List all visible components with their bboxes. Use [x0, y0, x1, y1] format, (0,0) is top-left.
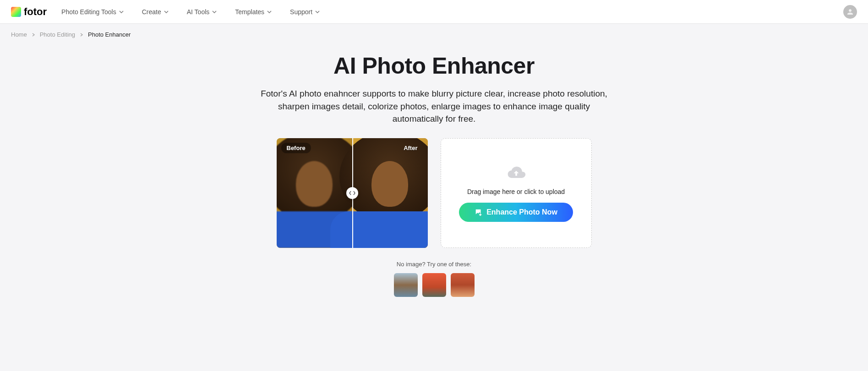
preview-after-side: [352, 138, 428, 248]
chevron-down-icon: [315, 10, 320, 14]
breadcrumb: Home Photo Editing Photo Enhancer: [0, 24, 868, 45]
samples-label: No image? Try one of these:: [237, 261, 631, 268]
image-plus-icon: [475, 208, 483, 216]
nav-label: AI Tools: [187, 8, 210, 16]
nav-photo-editing-tools[interactable]: Photo Editing Tools: [61, 8, 124, 16]
enhance-photo-button[interactable]: Enhance Photo Now: [459, 203, 573, 222]
sample-thumbnail-2[interactable]: [422, 273, 446, 297]
user-icon: [846, 8, 854, 16]
main-content: AI Photo Enhancer Fotor's AI photo enahn…: [228, 53, 640, 297]
main-nav: Photo Editing Tools Create AI Tools Temp…: [61, 8, 320, 16]
breadcrumb-home[interactable]: Home: [11, 31, 27, 38]
logo-text: fotor: [24, 6, 47, 18]
nav-ai-tools[interactable]: AI Tools: [187, 8, 217, 16]
panels-row: Before After Drag image here or click to…: [237, 138, 631, 248]
nav-label: Templates: [235, 8, 264, 16]
chevron-right-icon: [80, 33, 83, 37]
breadcrumb-current: Photo Enhancer: [88, 31, 131, 38]
comparison-slider-handle[interactable]: [346, 187, 358, 199]
sample-thumbnail-1[interactable]: [394, 273, 418, 297]
nav-label: Create: [142, 8, 161, 16]
header-right: [843, 5, 857, 19]
slider-arrows-icon: [349, 190, 355, 196]
before-after-preview: Before After: [277, 138, 428, 248]
header: fotor Photo Editing Tools Create AI Tool…: [0, 0, 868, 24]
chevron-down-icon: [164, 10, 169, 14]
upload-instruction-text: Drag image here or click to upload: [467, 188, 565, 195]
nav-create[interactable]: Create: [142, 8, 169, 16]
before-badge: Before: [281, 143, 311, 153]
breadcrumb-photo-editing[interactable]: Photo Editing: [40, 31, 75, 38]
nav-support[interactable]: Support: [290, 8, 320, 16]
chevron-down-icon: [212, 10, 217, 14]
logo-icon: [11, 7, 21, 17]
after-badge: After: [398, 143, 423, 153]
sample-thumbnail-3[interactable]: [451, 273, 475, 297]
chevron-down-icon: [119, 10, 124, 14]
page-subtitle: Fotor's AI photo enahncer supports to ma…: [260, 87, 608, 125]
avatar[interactable]: [843, 5, 857, 19]
sample-portrait: [352, 138, 428, 248]
cloud-upload-icon: [506, 164, 526, 181]
nav-label: Support: [290, 8, 312, 16]
chevron-right-icon: [32, 33, 35, 37]
enhance-button-label: Enhance Photo Now: [486, 208, 557, 216]
sample-thumbnails: [237, 273, 631, 297]
logo[interactable]: fotor: [11, 6, 47, 18]
upload-dropzone[interactable]: Drag image here or click to upload Enhan…: [441, 138, 592, 248]
nav-templates[interactable]: Templates: [235, 8, 272, 16]
page-title: AI Photo Enhancer: [237, 53, 631, 79]
chevron-down-icon: [267, 10, 272, 14]
nav-label: Photo Editing Tools: [61, 8, 116, 16]
